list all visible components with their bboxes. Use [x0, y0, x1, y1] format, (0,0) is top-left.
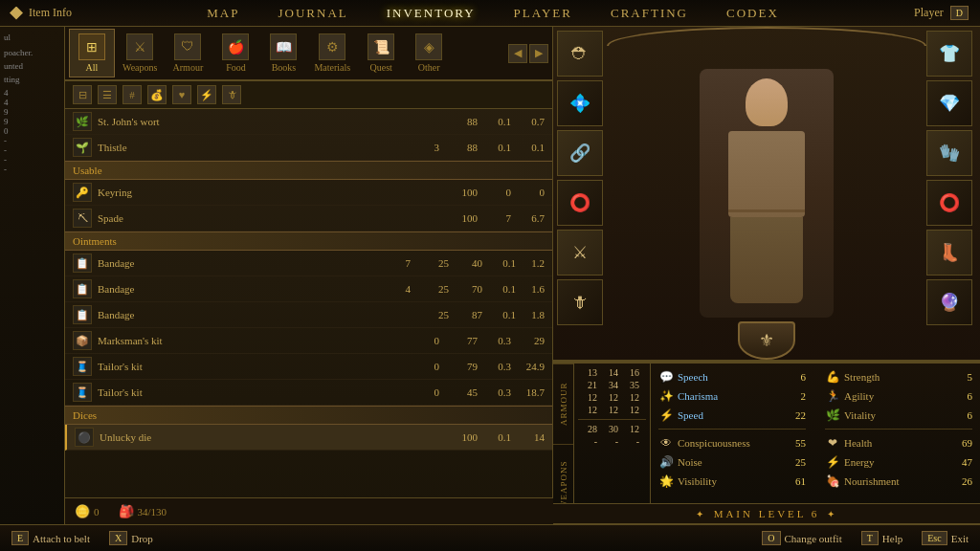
tab-books[interactable]: 📖 Books	[260, 30, 306, 77]
item-name: Marksman's kit	[98, 335, 411, 346]
vitality-value: 6	[949, 409, 972, 421]
tab-other[interactable]: ◈ Other	[406, 30, 452, 77]
slot-ring2[interactable]: ⭕	[926, 180, 972, 226]
level-star-left: ✦	[696, 509, 706, 519]
next-button[interactable]: ▶	[529, 44, 548, 63]
slot-weapon1[interactable]: ⚔	[557, 230, 603, 276]
item-name: Bandage	[98, 257, 382, 269]
equipment-slots-right: 👕 💎 🧤 ⭕ 👢 🔮	[926, 31, 976, 356]
slot-boots[interactable]: 👢	[926, 230, 972, 276]
item-val: 25	[411, 283, 449, 295]
item-w3: 1.8	[516, 309, 545, 320]
section-header-usable: Usable	[65, 161, 552, 180]
main-level-text: MAIN LEVEL 6	[714, 508, 820, 519]
tab-all-label: All	[86, 62, 99, 73]
item-icon: ⚫	[75, 428, 94, 447]
armour-weapons-labels: ARMOUR WEAPONS	[553, 364, 574, 524]
sort-type-icon[interactable]: ♥	[172, 85, 191, 104]
nav-map[interactable]: MAP	[207, 6, 239, 21]
capacity-value: 34/130	[138, 506, 167, 518]
books-icon: 📖	[270, 33, 297, 60]
list-item[interactable]: ⚫ Unlucky die 100 0.1 14	[65, 425, 552, 451]
list-item[interactable]: 🌿 St. John's wort 88 0.1 0.7	[65, 109, 552, 135]
tab-food[interactable]: 🍎 Food	[212, 30, 258, 77]
item-w1: 0.1	[478, 142, 511, 153]
nav-crafting[interactable]: CRAFTING	[611, 6, 688, 21]
item-w2: 0.1	[482, 283, 516, 295]
sort-misc-icon[interactable]: ⚡	[197, 85, 216, 104]
item-val: 79	[439, 361, 478, 372]
charisma-icon: ✨	[658, 388, 674, 404]
item-val: 100	[439, 212, 478, 224]
tab-quest[interactable]: 📜 Quest	[358, 30, 404, 77]
item-qty: 0	[411, 386, 439, 398]
slot-gloves[interactable]: 🧤	[926, 130, 972, 176]
slot-earring[interactable]: 💎	[926, 80, 972, 126]
slot-icon: ⚔	[572, 242, 588, 263]
item-icon: 🌿	[73, 112, 92, 131]
slot-extra[interactable]: 🔮	[926, 279, 972, 325]
slot-head[interactable]: ⛑	[557, 31, 603, 77]
item-list[interactable]: 🌿 St. John's wort 88 0.1 0.7 🌱 Thistle 3…	[65, 109, 552, 524]
item-val: 45	[439, 386, 478, 398]
tab-materials-label: Materials	[314, 62, 350, 73]
nav-player[interactable]: PLAYER	[514, 6, 572, 21]
tab-materials[interactable]: ⚙ Materials	[308, 30, 356, 77]
sort-value-icon[interactable]: 💰	[147, 85, 167, 104]
item-w1: 0	[478, 187, 511, 198]
stats-col-left: 💬 Speech 6 ✨ Charisma 2 ⚡ Speed 22 👁	[658, 369, 806, 518]
slot-icon: ⛑	[571, 44, 589, 64]
list-item[interactable]: ⛏ Spade 100 7 6.7	[65, 206, 552, 231]
list-item[interactable]: 📋 Bandage 25 87 0.1 1.8	[65, 302, 552, 328]
speed-label: Speed	[678, 409, 779, 421]
armour-row: 21 34 35	[578, 380, 646, 390]
key-o[interactable]: O	[762, 531, 780, 545]
key-t[interactable]: T	[861, 531, 879, 545]
stat-vitality: 🌿 Vitality 6	[825, 408, 972, 423]
slot-icon: 🔮	[939, 292, 960, 313]
top-nav: Item Info MAP JOURNAL INVENTORY PLAYER C…	[0, 0, 980, 27]
slot-ring1[interactable]: ⭕	[557, 180, 603, 226]
key-x[interactable]: X	[109, 531, 127, 545]
list-item[interactable]: 🧵 Tailor's kit 0 79 0.3 24.9	[65, 354, 552, 380]
list-item[interactable]: 🧵 Tailor's kit 0 45 0.3 18.7	[65, 380, 552, 406]
item-icon: 📋	[73, 253, 92, 273]
prev-button[interactable]: ◀	[508, 44, 527, 63]
filter-icon[interactable]: ⊟	[73, 85, 92, 104]
key-esc[interactable]: Esc	[922, 531, 947, 545]
sort-name-icon[interactable]: ☰	[98, 85, 117, 104]
list-item[interactable]: 🌱 Thistle 3 88 0.1 0.1	[65, 135, 552, 161]
slot-icon: 👕	[939, 43, 960, 64]
player-badge: D	[950, 6, 969, 20]
nav-inventory[interactable]: INVENTORY	[387, 6, 476, 21]
slot-chest[interactable]: 🔗	[557, 130, 603, 176]
sort-weight-icon[interactable]: #	[122, 85, 142, 104]
tab-weapons[interactable]: ⚔ Weapons	[117, 30, 163, 77]
armour-row: 12 12 12	[578, 392, 646, 403]
item-w1: 40	[449, 257, 482, 269]
item-val: 25	[411, 309, 449, 320]
cmd-outfit: O Change outfit	[762, 531, 841, 545]
nav-journal[interactable]: JOURNAL	[278, 6, 348, 21]
tab-all[interactable]: ⊞ All	[69, 29, 115, 77]
item-w1: 0.1	[478, 116, 511, 127]
slot-weapon2[interactable]: 🗡	[557, 279, 603, 325]
list-item[interactable]: 📋 Bandage 4 25 70 0.1 1.6	[65, 276, 552, 302]
list-item[interactable]: 📋 Bandage 7 25 40 0.1 1.2	[65, 251, 552, 276]
capacity-stat: 🎒 34/130	[119, 504, 167, 519]
sort-extra-icon[interactable]: 🗡	[222, 85, 241, 104]
slot-neck[interactable]: 💠	[557, 80, 603, 126]
slot-shoulder[interactable]: 👕	[926, 31, 972, 77]
item-icon: 📦	[73, 331, 92, 350]
item-name: Unlucky die	[100, 431, 411, 443]
item-name: Keyring	[98, 187, 411, 198]
list-item[interactable]: 🔑 Keyring 100 0 0	[65, 180, 552, 206]
key-e[interactable]: E	[11, 531, 29, 545]
tab-armour[interactable]: 🛡 Armour	[165, 30, 211, 77]
list-item[interactable]: 📦 Marksman's kit 0 77 0.3 29	[65, 328, 552, 354]
agility-label: Agility	[844, 390, 946, 402]
item-name: Thistle	[98, 142, 411, 153]
slot-icon: 🧤	[939, 143, 960, 164]
item-icon: 🧵	[73, 357, 92, 376]
nav-codex[interactable]: CODEX	[726, 6, 779, 21]
